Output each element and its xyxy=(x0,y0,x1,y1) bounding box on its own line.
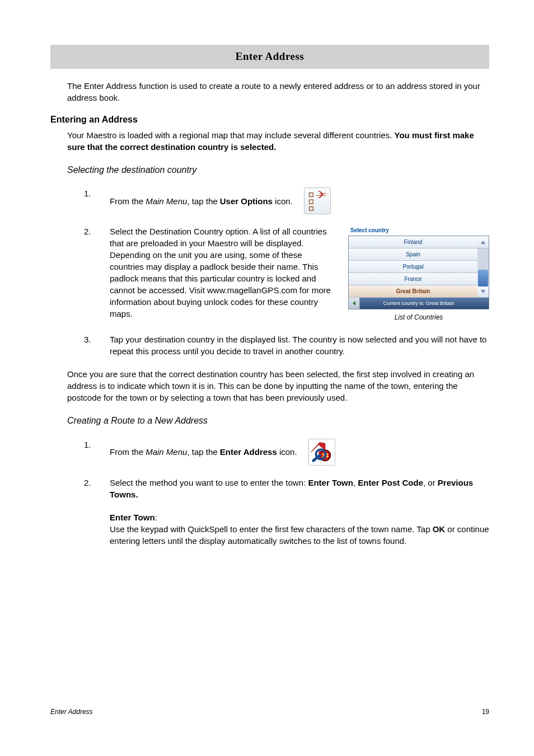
step-2: 2. Select the Destination Country option… xyxy=(84,226,489,322)
bold-text: Enter Town xyxy=(308,478,353,487)
country-row-portugal[interactable]: Portugal xyxy=(349,261,477,273)
subheading-creating-route: Creating a Route to a New Address xyxy=(67,415,489,427)
enter-town-label-line: Enter Town: xyxy=(110,511,489,523)
scrollbar[interactable] xyxy=(477,236,489,298)
text: , or xyxy=(423,478,438,487)
step-1: 1. From the Main Menu, tap the User Opti… xyxy=(84,187,489,214)
step-number: 1. xyxy=(84,439,94,466)
enter-address-icon: 14 xyxy=(308,439,335,466)
bridge-paragraph: Once you are sure that the correct desti… xyxy=(67,368,489,403)
svg-rect-1 xyxy=(309,200,313,204)
country-row-finland[interactable]: Finland xyxy=(349,236,477,248)
svg-rect-2 xyxy=(309,207,313,211)
step-1: 1. From the Main Menu, tap the Enter Add… xyxy=(84,439,489,466)
step-body: Select the method you want to use to ent… xyxy=(110,477,489,500)
text: From the xyxy=(110,447,146,457)
step-body: Tap your destination country in the disp… xyxy=(110,334,489,357)
step-number: 3. xyxy=(84,334,94,357)
scroll-up-icon[interactable] xyxy=(477,236,489,248)
status-text: Current country is: Great Britain xyxy=(383,300,455,306)
colon: : xyxy=(155,513,157,522)
select-country-title: Select country xyxy=(348,226,489,236)
country-panel: Finland Spain Portugal France Great Brit… xyxy=(348,236,489,309)
text: From the xyxy=(110,196,146,206)
step-body: From the Main Menu, tap the Enter Addres… xyxy=(110,439,489,466)
scroll-track[interactable] xyxy=(477,248,489,285)
text: Select the method you want to use to ent… xyxy=(110,478,308,487)
italic-text: Main Menu xyxy=(146,447,187,457)
page: Enter Address The Enter Address function… xyxy=(0,0,534,756)
italic-text: Main Menu xyxy=(146,196,187,206)
enter-town-block: Enter Town: Use the keypad with QuickSpe… xyxy=(110,511,489,547)
page-footer: Enter Address 19 xyxy=(50,707,489,717)
scroll-thumb[interactable] xyxy=(478,270,488,287)
subheading-selecting-country: Selecting the destination country xyxy=(67,164,489,176)
svg-rect-0 xyxy=(309,193,313,197)
steps-selecting-country: 1. From the Main Menu, tap the User Opti… xyxy=(84,187,489,357)
enter-town-label: Enter Town xyxy=(110,513,155,522)
country-row-great-britain[interactable]: Great Britain xyxy=(349,285,477,298)
page-title: Enter Address xyxy=(50,45,489,69)
page-number: 19 xyxy=(482,707,489,717)
step-body: From the Main Menu, tap the User Options… xyxy=(110,187,489,214)
bold-text: OK xyxy=(433,524,446,534)
back-button[interactable] xyxy=(349,298,360,309)
current-country-status: Current country is: Great Britain xyxy=(349,298,489,309)
step-number: 2. xyxy=(84,226,94,322)
step-body: Select the Destination Country option. A… xyxy=(110,226,489,322)
steps-creating-route: 1. From the Main Menu, tap the Enter Add… xyxy=(84,439,489,500)
intro-paragraph: The Enter Address function is used to cr… xyxy=(67,80,489,104)
text: , tap the xyxy=(187,447,219,457)
section-heading-entering-address: Entering an Address xyxy=(50,114,489,126)
country-row-spain[interactable]: Spain xyxy=(349,248,477,261)
step-3: 3. Tap your destination country in the d… xyxy=(84,334,489,357)
footer-title: Enter Address xyxy=(50,707,93,717)
figure-caption: List of Countries xyxy=(348,313,489,322)
step-text: Select the Destination Country option. A… xyxy=(110,226,337,320)
country-row-france[interactable]: France xyxy=(349,273,477,285)
step-number: 2. xyxy=(84,477,94,500)
text: Your Maestro is loaded with a regional m… xyxy=(67,130,395,140)
text: icon. xyxy=(273,196,293,206)
scroll-down-icon[interactable] xyxy=(477,285,489,298)
text: icon. xyxy=(277,447,297,457)
text: Use the keypad with QuickSpell to enter … xyxy=(110,524,433,534)
paragraph-regional-map: Your Maestro is loaded with a regional m… xyxy=(67,129,489,153)
text: , tap the xyxy=(187,196,219,206)
bold-text: Enter Post Code xyxy=(358,478,423,487)
step-2: 2. Select the method you want to use to … xyxy=(84,477,489,500)
country-list-figure: Select country Finland Spain Portugal Fr… xyxy=(348,226,489,322)
bold-text: User Options xyxy=(220,196,273,206)
user-options-icon xyxy=(304,187,331,214)
enter-town-text: Use the keypad with QuickSpell to enter … xyxy=(110,523,489,547)
step-number: 1. xyxy=(84,187,94,214)
bold-text: Enter Address xyxy=(220,447,277,457)
